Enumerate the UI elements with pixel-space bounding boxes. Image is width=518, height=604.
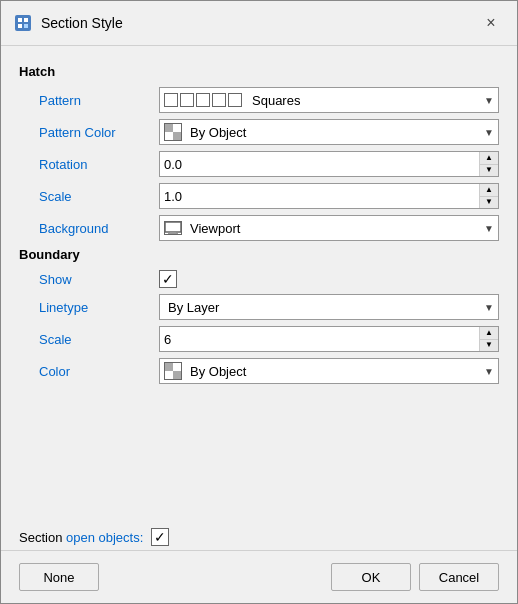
color-arrow-icon: ▼: [480, 366, 494, 377]
background-arrow-icon: ▼: [480, 223, 494, 234]
hatch-scale-input[interactable]: [160, 184, 479, 208]
hatch-scale-control: ▲ ▼: [159, 183, 499, 209]
open-objects-checkbox[interactable]: ✓: [151, 528, 169, 546]
color-value: By Object: [186, 364, 246, 379]
show-row: Show ✓: [19, 270, 499, 288]
boundary-scale-input[interactable]: [160, 327, 479, 351]
dialog-title: Section Style: [41, 15, 123, 31]
ps3: [196, 93, 210, 107]
rotation-spin-down[interactable]: ▼: [480, 165, 498, 177]
background-dropdown[interactable]: Viewport ▼: [159, 215, 499, 241]
ps5: [228, 93, 242, 107]
color-dropdown[interactable]: By Object ▼: [159, 358, 499, 384]
rotation-row: Rotation ▲ ▼: [19, 151, 499, 177]
rotation-input[interactable]: [160, 152, 479, 176]
close-button[interactable]: ×: [477, 9, 505, 37]
background-control: Viewport ▼: [159, 215, 499, 241]
boundary-header: Boundary: [19, 247, 499, 262]
boundary-scale-spin: ▲ ▼: [159, 326, 499, 352]
open-objects-row: Section open objects: ✓: [1, 520, 517, 550]
ps4: [212, 93, 226, 107]
hatch-header: Hatch: [19, 64, 499, 79]
hatch-scale-spin: ▲ ▼: [159, 183, 499, 209]
show-checkbox[interactable]: ✓: [159, 270, 177, 288]
pattern-color-row: Pattern Color By Object ▼: [19, 119, 499, 145]
svg-rect-7: [168, 233, 178, 234]
svg-rect-0: [15, 15, 31, 31]
background-row: Background Viewport ▼: [19, 215, 499, 241]
pattern-color-dropdown[interactable]: By Object ▼: [159, 119, 499, 145]
boundary-scale-spin-up[interactable]: ▲: [480, 327, 498, 340]
show-label: Show: [39, 272, 159, 287]
hatch-scale-label: Scale: [39, 189, 159, 204]
hatch-scale-spin-buttons: ▲ ▼: [479, 184, 498, 208]
rotation-spin: ▲ ▼: [159, 151, 499, 177]
rotation-label: Rotation: [39, 157, 159, 172]
svg-rect-4: [24, 24, 28, 28]
pattern-color-control: By Object ▼: [159, 119, 499, 145]
show-control: ✓: [159, 270, 499, 288]
pattern-label: Pattern: [39, 93, 159, 108]
boundary-scale-label: Scale: [39, 332, 159, 347]
hatch-scale-spin-down[interactable]: ▼: [480, 197, 498, 209]
checker-icon-color: [164, 362, 182, 380]
hatch-scale-row: Scale ▲ ▼: [19, 183, 499, 209]
monitor-icon: [164, 221, 182, 235]
dialog-footer: None OK Cancel: [1, 550, 517, 603]
pattern-preview: [164, 93, 242, 107]
svg-rect-5: [165, 222, 181, 232]
open-objects-label: Section open objects:: [19, 530, 143, 545]
open-objects-checkmark: ✓: [154, 530, 166, 544]
hatch-scale-spin-up[interactable]: ▲: [480, 184, 498, 197]
title-bar: Section Style ×: [1, 1, 517, 46]
dialog-body: Hatch Pattern Squares ▼: [1, 46, 517, 520]
footer-btn-group: OK Cancel: [331, 563, 499, 591]
pattern-arrow-icon: ▼: [480, 95, 494, 106]
background-label: Background: [39, 221, 159, 236]
boundary-scale-row: Scale ▲ ▼: [19, 326, 499, 352]
linetype-control: By Layer ▼: [159, 294, 499, 320]
pattern-color-arrow-icon: ▼: [480, 127, 494, 138]
ok-button[interactable]: OK: [331, 563, 411, 591]
linetype-value: By Layer: [164, 300, 219, 315]
svg-rect-3: [18, 24, 22, 28]
rotation-spin-buttons: ▲ ▼: [479, 152, 498, 176]
checker-icon-pattern-color: [164, 123, 182, 141]
rotation-control: ▲ ▼: [159, 151, 499, 177]
svg-rect-1: [18, 18, 22, 22]
pattern-row: Pattern Squares ▼: [19, 87, 499, 113]
background-value: Viewport: [186, 221, 240, 236]
pattern-value: Squares: [248, 93, 300, 108]
linetype-dropdown[interactable]: By Layer ▼: [159, 294, 499, 320]
svg-rect-2: [24, 18, 28, 22]
pattern-dropdown[interactable]: Squares ▼: [159, 87, 499, 113]
rotation-spin-up[interactable]: ▲: [480, 152, 498, 165]
title-bar-left: Section Style: [13, 13, 123, 33]
color-label: Color: [39, 364, 159, 379]
ps2: [180, 93, 194, 107]
pattern-color-label: Pattern Color: [39, 125, 159, 140]
cancel-button[interactable]: Cancel: [419, 563, 499, 591]
ps1: [164, 93, 178, 107]
section-style-dialog: Section Style × Hatch Pattern Squares: [0, 0, 518, 604]
color-control: By Object ▼: [159, 358, 499, 384]
boundary-scale-control: ▲ ▼: [159, 326, 499, 352]
pattern-control: Squares ▼: [159, 87, 499, 113]
app-icon: [13, 13, 33, 33]
linetype-row: Linetype By Layer ▼: [19, 294, 499, 320]
pattern-color-value: By Object: [186, 125, 246, 140]
none-button[interactable]: None: [19, 563, 99, 591]
linetype-label: Linetype: [39, 300, 159, 315]
linetype-arrow-icon: ▼: [480, 302, 494, 313]
show-checkmark: ✓: [162, 272, 174, 286]
boundary-scale-spin-down[interactable]: ▼: [480, 340, 498, 352]
boundary-scale-spin-buttons: ▲ ▼: [479, 327, 498, 351]
open-objects-colored-text: open objects:: [66, 530, 143, 545]
color-row: Color By Object ▼: [19, 358, 499, 384]
